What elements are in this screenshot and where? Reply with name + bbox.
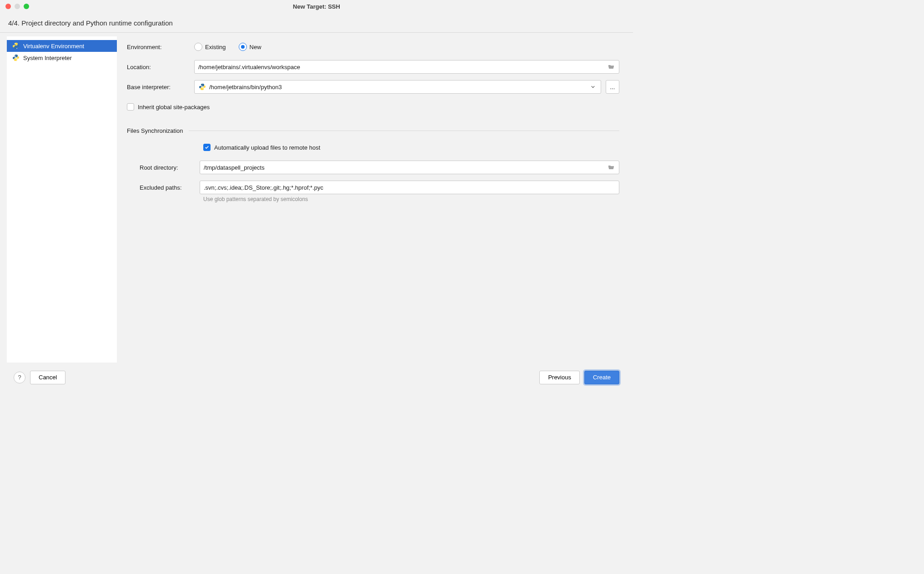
checkbox-label: Automatically upload files to remote hos… xyxy=(214,144,320,151)
previous-button[interactable]: Previous xyxy=(539,371,580,384)
radio-icon xyxy=(239,43,247,51)
row-environment: Environment: Existing New xyxy=(127,39,619,55)
base-interpreter-dropdown[interactable]: /home/jetbrains/bin/python3 xyxy=(194,80,601,94)
location-input[interactable] xyxy=(198,64,607,70)
checkbox-icon xyxy=(127,103,134,111)
section-title: Files Synchronization xyxy=(127,127,183,134)
minimize-window-icon[interactable] xyxy=(15,4,20,9)
sidebar-item-label: Virtualenv Environment xyxy=(23,43,84,50)
maximize-window-icon[interactable] xyxy=(24,4,29,9)
folder-open-icon[interactable] xyxy=(607,63,615,71)
sidebar-item-label: System Interpreter xyxy=(23,55,72,61)
checkbox-icon xyxy=(203,144,211,151)
sidebar-item-system-interpreter[interactable]: System Interpreter xyxy=(7,52,117,64)
titlebar: New Target: SSH xyxy=(0,0,633,13)
radio-existing[interactable]: Existing xyxy=(194,43,226,51)
button-label: Cancel xyxy=(39,374,57,381)
browse-button[interactable]: ... xyxy=(606,80,619,94)
label-root-directory: Root directory: xyxy=(127,164,200,171)
row-auto-upload: Automatically upload files to remote hos… xyxy=(127,140,619,155)
close-window-icon[interactable] xyxy=(5,4,11,9)
location-input-wrap[interactable] xyxy=(194,60,619,74)
dialog-body: Virtualenv Environment System Interprete… xyxy=(0,33,633,363)
section-files-sync: Files Synchronization xyxy=(127,127,619,134)
python-icon xyxy=(12,42,20,50)
row-root-directory: Root directory: xyxy=(127,160,619,175)
svg-point-3 xyxy=(16,60,17,61)
checkbox-label: Inherit global site-packages xyxy=(138,104,210,111)
row-base-interpreter: Base interpreter: /home/jetbrains/bin/py… xyxy=(127,79,619,95)
row-inherit: Inherit global site-packages xyxy=(127,99,619,115)
folder-open-icon[interactable] xyxy=(607,163,615,171)
inherit-checkbox[interactable]: Inherit global site-packages xyxy=(127,103,210,111)
section-divider xyxy=(189,131,619,131)
excluded-paths-input[interactable] xyxy=(204,184,615,191)
label-excluded-paths: Excluded paths: xyxy=(127,184,200,191)
create-button[interactable]: Create xyxy=(584,371,619,384)
row-excluded-paths: Excluded paths: xyxy=(127,180,619,195)
sidebar-item-virtualenv[interactable]: Virtualenv Environment xyxy=(7,40,117,52)
button-label: Create xyxy=(593,374,611,381)
dialog-footer: ? Cancel Previous Create xyxy=(0,363,633,392)
base-interpreter-value: /home/jetbrains/bin/python3 xyxy=(209,84,589,91)
auto-upload-checkbox[interactable]: Automatically upload files to remote hos… xyxy=(203,144,320,151)
root-directory-input[interactable] xyxy=(204,164,607,171)
python-icon xyxy=(12,54,20,61)
excluded-paths-input-wrap[interactable] xyxy=(200,181,619,194)
radio-label: Existing xyxy=(205,44,226,50)
python-icon xyxy=(198,83,206,91)
help-button[interactable]: ? xyxy=(14,372,25,383)
root-directory-input-wrap[interactable] xyxy=(200,161,619,174)
label-environment: Environment: xyxy=(127,44,194,50)
radio-icon xyxy=(194,43,202,51)
svg-point-2 xyxy=(15,55,15,56)
cancel-button[interactable]: Cancel xyxy=(30,371,65,384)
ellipsis-label: ... xyxy=(610,84,615,91)
chevron-down-icon xyxy=(589,85,597,89)
excluded-paths-hint: Use glob patterns separated by semicolon… xyxy=(203,196,619,202)
help-icon: ? xyxy=(18,374,21,381)
svg-point-0 xyxy=(15,43,15,44)
label-location: Location: xyxy=(127,64,194,70)
label-base-interpreter: Base interpreter: xyxy=(127,84,194,91)
button-label: Previous xyxy=(548,374,571,381)
radio-label: New xyxy=(250,44,261,50)
row-location: Location: xyxy=(127,59,619,75)
window-controls xyxy=(0,4,29,9)
interpreter-type-sidebar: Virtualenv Environment System Interprete… xyxy=(7,36,117,363)
svg-point-1 xyxy=(16,48,17,49)
window-title: New Target: SSH xyxy=(0,3,633,10)
radio-new[interactable]: New xyxy=(239,43,261,51)
wizard-step-title: 4/4. Project directory and Python runtim… xyxy=(0,13,633,32)
form-panel: Environment: Existing New Location: xyxy=(117,33,633,363)
